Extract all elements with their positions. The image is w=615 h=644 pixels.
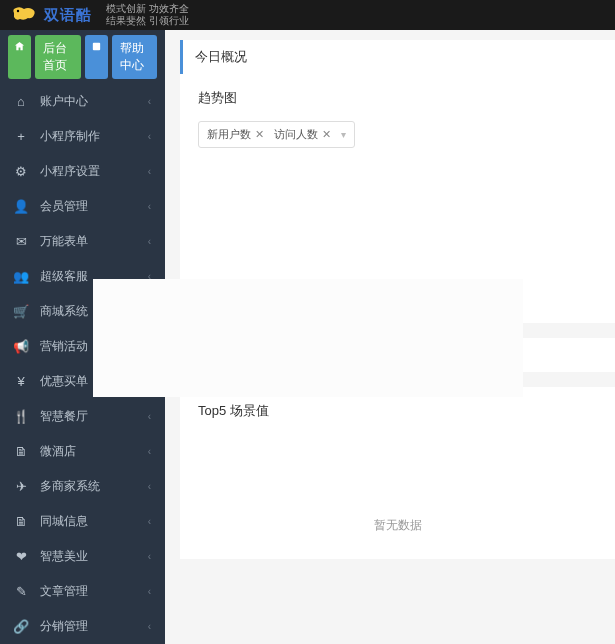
logo-text: 双语酷 [44,6,92,25]
sidebar-item[interactable]: ⌂账户中心‹ [0,84,165,119]
nav-icon: ❤ [14,549,28,564]
nav-label: 微酒店 [40,443,148,460]
card-title: 今日概况 [180,40,615,74]
trend-chart-title: 趋势图 [198,89,597,107]
chevron-left-icon: ‹ [148,411,151,422]
nav-label: 智慧餐厅 [40,408,148,425]
sidebar-item[interactable]: ✈多商家系统‹ [0,469,165,504]
nav-icon: 🔗 [14,619,28,634]
trend-filter-select[interactable]: 新用户数 ✕ 访问人数 ✕ ▾ [198,121,355,148]
chevron-down-icon: ▾ [341,129,346,140]
nav-label: 小程序设置 [40,163,148,180]
nav-label: 智慧美业 [40,548,148,565]
nav-icon: 🗎 [14,444,28,459]
nav-label: 文章管理 [40,583,148,600]
sidebar-item[interactable]: 🗎微酒店‹ [0,434,165,469]
chevron-left-icon: ‹ [148,621,151,632]
nav-icon: 🍴 [14,409,28,424]
nav-icon: ✈ [14,479,28,494]
sidebar-item[interactable]: 👤会员管理‹ [0,189,165,224]
nav-label: 账户中心 [40,93,148,110]
svg-point-0 [17,10,19,12]
top5-title: Top5 场景值 [198,402,597,420]
chevron-left-icon: ‹ [148,236,151,247]
chevron-left-icon: ‹ [148,96,151,107]
slogan-line: 结果斐然 引领行业 [106,15,189,27]
filter-tag-new-users: 新用户数 ✕ [207,127,264,142]
nav-icon: 👤 [14,199,28,214]
chevron-left-icon: ‹ [148,446,151,457]
sidebar-item[interactable]: 🗎同城信息‹ [0,504,165,539]
chevron-left-icon: ‹ [148,481,151,492]
nav-icon: ⌂ [14,94,28,109]
chevron-left-icon: ‹ [148,551,151,562]
logo: 双语酷 模式创新 功效齐全 结果斐然 引领行业 [10,3,189,27]
home-icon[interactable] [8,35,31,79]
nav-icon: 🛒 [14,304,28,319]
nav-label: 分销管理 [40,618,148,635]
nav-label: 同城信息 [40,513,148,530]
chevron-left-icon: ‹ [148,131,151,142]
nav-icon: ⚙ [14,164,28,179]
help-icon[interactable] [85,35,108,79]
topbar: 后台首页 帮助中心 [0,30,165,84]
nav-label: 小程序制作 [40,128,148,145]
sidebar-item[interactable]: +小程序制作‹ [0,119,165,154]
app-header: 双语酷 模式创新 功效齐全 结果斐然 引领行业 [0,0,615,30]
nav-label: 多商家系统 [40,478,148,495]
nav-icon: 🗎 [14,514,28,529]
nav-label: 会员管理 [40,198,148,215]
nav-icon: 📢 [14,339,28,354]
sidebar-item[interactable]: ❤智慧美业‹ [0,539,165,574]
sidebar-item[interactable]: ✎文章管理‹ [0,574,165,609]
help-center-button[interactable]: 帮助中心 [112,35,158,79]
sidebar-item[interactable]: ✉万能表单‹ [0,224,165,259]
logo-icon [10,5,38,25]
filter-tag-visitors: 访问人数 ✕ [274,127,331,142]
sidebar-item[interactable]: 🍴智慧餐厅‹ [0,399,165,434]
tag-label: 新用户数 [207,127,251,142]
sidebar-item[interactable]: ⚙小程序设置‹ [0,154,165,189]
nav-label: 万能表单 [40,233,148,250]
nav-icon: + [14,129,28,144]
nav-icon: ¥ [14,374,28,389]
top5-scene-card: Top5 场景值 暂无数据 [180,387,615,559]
remove-tag-icon[interactable]: ✕ [255,128,264,141]
chevron-left-icon: ‹ [148,201,151,212]
overlay-panel [93,279,523,397]
tag-label: 访问人数 [274,127,318,142]
nav-icon: ✎ [14,584,28,599]
top5-empty: 暂无数据 [198,434,597,544]
no-data-text: 暂无数据 [374,517,422,534]
nav-icon: ✉ [14,234,28,249]
logo-slogan: 模式创新 功效齐全 结果斐然 引领行业 [106,3,189,27]
admin-home-button[interactable]: 后台首页 [35,35,81,79]
remove-tag-icon[interactable]: ✕ [322,128,331,141]
slogan-line: 模式创新 功效齐全 [106,3,189,15]
chevron-left-icon: ‹ [148,586,151,597]
nav-icon: 👥 [14,269,28,284]
svg-rect-1 [92,43,99,50]
sidebar-item[interactable]: 🔗分销管理‹ [0,609,165,644]
chevron-left-icon: ‹ [148,166,151,177]
chevron-left-icon: ‹ [148,516,151,527]
